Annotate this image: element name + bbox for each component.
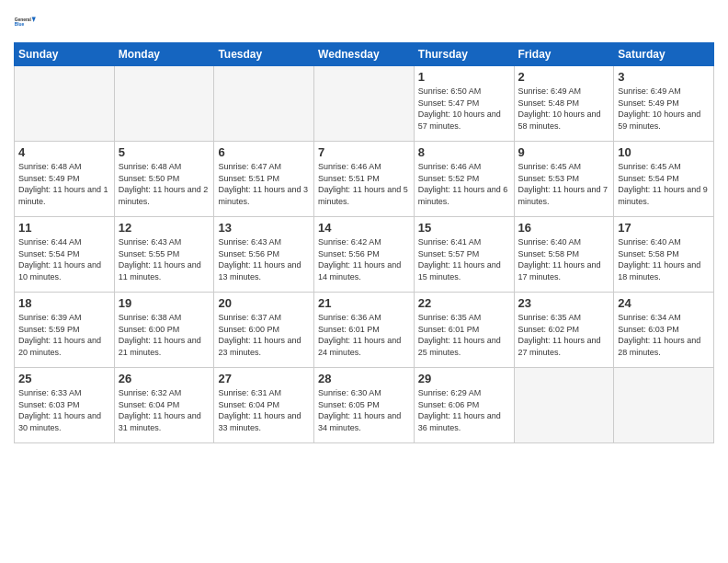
day-number: 10	[618, 145, 710, 159]
day-header-tuesday: Tuesday	[214, 43, 314, 66]
day-number: 7	[318, 145, 410, 159]
day-info: Sunrise: 6:47 AMSunset: 5:51 PMDaylight:…	[218, 161, 310, 207]
day-cell: 18Sunrise: 6:39 AMSunset: 5:59 PMDayligh…	[15, 293, 115, 368]
day-number: 21	[318, 296, 410, 310]
day-cell	[514, 368, 614, 443]
day-cell: 29Sunrise: 6:29 AMSunset: 6:06 PMDayligh…	[414, 368, 514, 443]
day-number: 3	[618, 70, 710, 84]
day-info: Sunrise: 6:48 AMSunset: 5:49 PMDaylight:…	[18, 161, 110, 207]
day-cell: 7Sunrise: 6:46 AMSunset: 5:51 PMDaylight…	[314, 142, 415, 217]
day-number: 5	[119, 145, 210, 159]
day-cell: 22Sunrise: 6:35 AMSunset: 6:01 PMDayligh…	[414, 293, 514, 368]
svg-marker-2	[32, 17, 36, 22]
day-cell: 6Sunrise: 6:47 AMSunset: 5:51 PMDaylight…	[214, 142, 314, 217]
day-cell: 25Sunrise: 6:33 AMSunset: 6:03 PMDayligh…	[15, 368, 115, 443]
logo-icon: GeneralBlue	[14, 9, 40, 35]
day-cell: 4Sunrise: 6:48 AMSunset: 5:49 PMDaylight…	[15, 142, 115, 217]
day-cell: 17Sunrise: 6:40 AMSunset: 5:58 PMDayligh…	[614, 217, 714, 293]
day-number: 24	[618, 296, 710, 310]
day-cell	[15, 66, 115, 142]
day-header-sunday: Sunday	[15, 43, 115, 66]
day-info: Sunrise: 6:42 AMSunset: 5:56 PMDaylight:…	[318, 236, 410, 282]
day-info: Sunrise: 6:35 AMSunset: 6:02 PMDaylight:…	[518, 312, 610, 358]
day-number: 29	[418, 372, 510, 385]
day-info: Sunrise: 6:49 AMSunset: 5:49 PMDaylight:…	[618, 86, 710, 132]
svg-text:Blue: Blue	[15, 22, 25, 27]
day-cell: 27Sunrise: 6:31 AMSunset: 6:04 PMDayligh…	[214, 368, 314, 443]
day-number: 28	[318, 372, 410, 385]
day-info: Sunrise: 6:41 AMSunset: 5:57 PMDaylight:…	[418, 236, 510, 282]
week-row-2: 4Sunrise: 6:48 AMSunset: 5:49 PMDaylight…	[15, 142, 714, 217]
day-cell: 12Sunrise: 6:43 AMSunset: 5:55 PMDayligh…	[114, 217, 214, 293]
page: GeneralBlue SundayMondayTuesdayWednesday…	[0, 0, 728, 563]
day-number: 4	[18, 145, 110, 159]
day-cell: 5Sunrise: 6:48 AMSunset: 5:50 PMDaylight…	[114, 142, 214, 217]
day-number: 13	[218, 221, 310, 235]
day-number: 15	[418, 221, 510, 235]
day-number: 19	[119, 296, 210, 310]
day-info: Sunrise: 6:34 AMSunset: 6:03 PMDaylight:…	[618, 312, 710, 358]
day-info: Sunrise: 6:45 AMSunset: 5:54 PMDaylight:…	[618, 161, 710, 207]
day-cell: 13Sunrise: 6:43 AMSunset: 5:56 PMDayligh…	[214, 217, 314, 293]
day-number: 6	[218, 145, 310, 159]
day-info: Sunrise: 6:45 AMSunset: 5:53 PMDaylight:…	[518, 161, 610, 207]
day-info: Sunrise: 6:50 AMSunset: 5:47 PMDaylight:…	[418, 86, 510, 132]
day-info: Sunrise: 6:37 AMSunset: 6:00 PMDaylight:…	[218, 312, 310, 358]
day-info: Sunrise: 6:40 AMSunset: 5:58 PMDaylight:…	[618, 236, 710, 282]
day-cell	[114, 66, 214, 142]
day-info: Sunrise: 6:48 AMSunset: 5:50 PMDaylight:…	[119, 161, 210, 207]
calendar-table: SundayMondayTuesdayWednesdayThursdayFrid…	[14, 42, 714, 443]
svg-text:General: General	[15, 17, 32, 22]
day-header-thursday: Thursday	[414, 43, 514, 66]
day-info: Sunrise: 6:46 AMSunset: 5:51 PMDaylight:…	[318, 161, 410, 207]
day-cell: 9Sunrise: 6:45 AMSunset: 5:53 PMDaylight…	[514, 142, 614, 217]
day-info: Sunrise: 6:49 AMSunset: 5:48 PMDaylight:…	[518, 86, 610, 132]
day-info: Sunrise: 6:39 AMSunset: 5:59 PMDaylight:…	[18, 312, 110, 358]
day-cell: 20Sunrise: 6:37 AMSunset: 6:00 PMDayligh…	[214, 293, 314, 368]
day-number: 8	[418, 145, 510, 159]
day-header-friday: Friday	[514, 43, 614, 66]
day-number: 16	[518, 221, 610, 235]
day-cell: 14Sunrise: 6:42 AMSunset: 5:56 PMDayligh…	[314, 217, 415, 293]
day-number: 27	[218, 372, 310, 385]
day-cell	[614, 368, 714, 443]
day-number: 23	[518, 296, 610, 310]
day-number: 11	[18, 221, 110, 235]
day-number: 20	[218, 296, 310, 310]
week-row-1: 1Sunrise: 6:50 AMSunset: 5:47 PMDaylight…	[15, 66, 714, 142]
day-cell	[214, 66, 314, 142]
day-info: Sunrise: 6:43 AMSunset: 5:55 PMDaylight:…	[119, 236, 210, 282]
day-cell: 8Sunrise: 6:46 AMSunset: 5:52 PMDaylight…	[414, 142, 514, 217]
day-cell: 26Sunrise: 6:32 AMSunset: 6:04 PMDayligh…	[114, 368, 214, 443]
day-cell: 19Sunrise: 6:38 AMSunset: 6:00 PMDayligh…	[114, 293, 214, 368]
day-number: 2	[518, 70, 610, 84]
day-info: Sunrise: 6:44 AMSunset: 5:54 PMDaylight:…	[18, 236, 110, 282]
day-cell: 10Sunrise: 6:45 AMSunset: 5:54 PMDayligh…	[614, 142, 714, 217]
day-number: 26	[119, 372, 210, 385]
day-cell: 2Sunrise: 6:49 AMSunset: 5:48 PMDaylight…	[514, 66, 614, 142]
day-number: 9	[518, 145, 610, 159]
day-cell: 16Sunrise: 6:40 AMSunset: 5:58 PMDayligh…	[514, 217, 614, 293]
day-cell: 11Sunrise: 6:44 AMSunset: 5:54 PMDayligh…	[15, 217, 115, 293]
week-row-5: 25Sunrise: 6:33 AMSunset: 6:03 PMDayligh…	[15, 368, 714, 443]
day-cell: 15Sunrise: 6:41 AMSunset: 5:57 PMDayligh…	[414, 217, 514, 293]
day-header-monday: Monday	[114, 43, 214, 66]
day-number: 25	[18, 372, 110, 385]
day-header-wednesday: Wednesday	[314, 43, 415, 66]
day-number: 22	[418, 296, 510, 310]
header: GeneralBlue	[14, 9, 714, 35]
calendar-header-row: SundayMondayTuesdayWednesdayThursdayFrid…	[15, 43, 714, 66]
day-cell: 21Sunrise: 6:36 AMSunset: 6:01 PMDayligh…	[314, 293, 415, 368]
day-info: Sunrise: 6:38 AMSunset: 6:00 PMDaylight:…	[119, 312, 210, 358]
day-info: Sunrise: 6:33 AMSunset: 6:03 PMDaylight:…	[18, 387, 110, 433]
day-number: 1	[418, 70, 510, 84]
logo: GeneralBlue	[14, 9, 40, 35]
day-number: 17	[618, 221, 710, 235]
day-info: Sunrise: 6:40 AMSunset: 5:58 PMDaylight:…	[518, 236, 610, 282]
day-number: 12	[119, 221, 210, 235]
day-number: 14	[318, 221, 410, 235]
day-cell: 28Sunrise: 6:30 AMSunset: 6:05 PMDayligh…	[314, 368, 415, 443]
week-row-3: 11Sunrise: 6:44 AMSunset: 5:54 PMDayligh…	[15, 217, 714, 293]
week-row-4: 18Sunrise: 6:39 AMSunset: 5:59 PMDayligh…	[15, 293, 714, 368]
day-info: Sunrise: 6:46 AMSunset: 5:52 PMDaylight:…	[418, 161, 510, 207]
